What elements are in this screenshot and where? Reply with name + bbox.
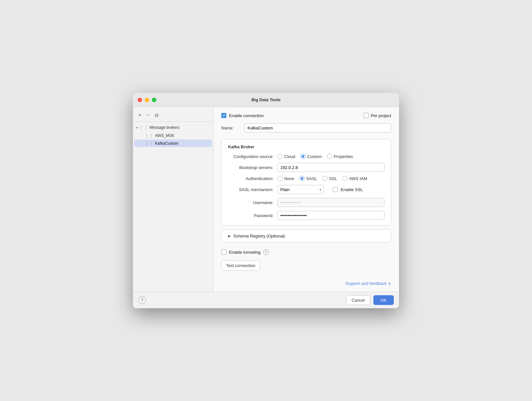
sasl-mechanism-row: SASL mechanism: Plain SCRAM-SHA-256 SCRA… <box>228 185 384 194</box>
enable-ssl-checkbox[interactable] <box>333 187 338 192</box>
test-connection-button[interactable]: Test connection <box>221 260 260 271</box>
sidebar-item-kafka-custom[interactable]: ⋮⋮ KafkaCustom <box>134 140 212 147</box>
checkmark-icon: ✓ <box>223 114 225 118</box>
none-radio-label: None <box>284 176 294 181</box>
enable-tunneling-checkbox[interactable] <box>221 249 226 255</box>
name-input[interactable] <box>245 123 391 132</box>
chevron-down-icon: ▾ <box>136 126 138 129</box>
sasl-mechanism-label: SASL mechanism: <box>228 187 273 192</box>
chevron-right-icon: ▶ <box>228 234 231 238</box>
sidebar-section: ▾ ⋮⋮ Message brokers ⋮⋮ AWS_MSK ⋮⋮ Kafka… <box>133 122 213 149</box>
top-row: ✓ Enable connection Per project <box>221 113 391 118</box>
title-bar: Big Data Tools <box>133 93 399 107</box>
sasl-mechanism-select-wrapper: Plain SCRAM-SHA-256 SCRAM-SHA-512 ▾ <box>277 185 324 194</box>
ssl-radio-label: SSL <box>329 176 337 181</box>
footer-buttons: Cancel OK <box>346 295 394 305</box>
kafka-broker-section: Kafka Broker Configuration source: Cloud <box>221 139 391 225</box>
aws-iam-radio-label: AWS IAM <box>349 176 367 181</box>
password-input[interactable] <box>277 211 384 220</box>
sidebar-item-aws-msk[interactable]: ⋮⋮ AWS_MSK <box>134 132 212 139</box>
username-row: Username: <box>228 198 384 207</box>
authentication-radio-group: None SASL SSL <box>277 176 367 181</box>
window-title: Big Data Tools <box>251 97 281 102</box>
enable-ssl-row: Enable SSL <box>333 187 363 192</box>
username-label: Username: <box>228 200 273 205</box>
config-custom-option[interactable]: Custom <box>300 154 322 159</box>
maximize-button[interactable] <box>152 98 156 102</box>
minimize-button[interactable] <box>145 98 149 102</box>
config-source-radio-group: Cloud Custom Properties <box>277 154 353 159</box>
enable-ssl-label: Enable SSL <box>341 187 363 192</box>
config-properties-option[interactable]: Properties <box>327 154 353 159</box>
sidebar-item-label: KafkaCustom <box>155 141 178 146</box>
sidebar: + − ⊟ ▾ ⋮⋮ Message brokers ⋮⋮ AWS_MSK <box>133 107 213 292</box>
auth-ssl-option[interactable]: SSL <box>322 176 337 181</box>
custom-radio[interactable] <box>300 154 306 159</box>
help-icon[interactable]: ? <box>263 249 269 255</box>
sasl-radio-dot <box>301 177 303 180</box>
aws-iam-radio[interactable] <box>342 176 347 181</box>
password-label: Password: <box>228 213 273 218</box>
chevron-down-icon: ∨ <box>388 281 391 286</box>
ok-button[interactable]: OK <box>373 295 394 305</box>
per-project-row: Per project <box>364 113 391 118</box>
bootstrap-servers-input[interactable] <box>277 163 384 172</box>
close-button[interactable] <box>138 98 142 102</box>
traffic-lights <box>138 98 156 102</box>
properties-radio-label: Properties <box>334 154 353 159</box>
big-data-tools-dialog: Big Data Tools + − ⊟ ▾ ⋮⋮ Message br <box>133 93 399 308</box>
bootstrap-servers-row: Bootstrap servers: <box>228 163 384 172</box>
add-button[interactable]: + <box>136 112 143 119</box>
authentication-label: Authentication: <box>228 176 273 181</box>
ssl-radio[interactable] <box>322 176 327 181</box>
cancel-button[interactable]: Cancel <box>346 295 370 305</box>
sidebar-item-label: AWS_MSK <box>155 133 175 138</box>
enable-tunneling-row: Enable tunneling ? <box>221 247 391 258</box>
kafka-broker-title: Kafka Broker <box>228 144 384 149</box>
none-radio[interactable] <box>277 176 283 181</box>
bootstrap-servers-label: Bootstrap servers: <box>228 165 273 170</box>
per-project-label: Per project <box>371 113 391 118</box>
cloud-radio[interactable] <box>277 154 283 159</box>
schema-registry-label: Schema Registry (Optional) <box>233 234 285 238</box>
schema-registry-section[interactable]: ▶ Schema Registry (Optional) <box>221 229 391 243</box>
support-feedback-label: Support and feedback <box>345 281 387 286</box>
name-label: Name: <box>221 126 241 130</box>
cloud-radio-label: Cloud <box>284 154 295 159</box>
auth-aws-iam-option[interactable]: AWS IAM <box>342 176 367 181</box>
password-row: Password: <box>228 211 384 220</box>
remove-button[interactable]: − <box>145 112 152 119</box>
sasl-radio[interactable] <box>299 176 305 181</box>
custom-radio-dot <box>302 155 304 158</box>
enable-connection-row: ✓ Enable connection <box>221 113 264 118</box>
group-label: Message brokers <box>150 125 179 130</box>
auth-none-option[interactable]: None <box>277 176 294 181</box>
broker-icon: ⋮⋮ <box>145 141 153 146</box>
broker-icon: ⋮⋮ <box>145 133 153 138</box>
name-row: Name: <box>221 123 391 132</box>
authentication-row: Authentication: None SASL <box>228 176 384 181</box>
enable-connection-checkbox[interactable]: ✓ <box>221 113 226 118</box>
group-icon: ⋮⋮ <box>139 125 148 130</box>
enable-connection-label: Enable connection <box>229 113 264 118</box>
help-button[interactable]: ? <box>138 296 146 304</box>
username-input[interactable] <box>277 198 384 207</box>
dialog-body: + − ⊟ ▾ ⋮⋮ Message brokers ⋮⋮ AWS_MSK <box>133 107 399 292</box>
custom-radio-label: Custom <box>307 154 322 159</box>
sidebar-group-message-brokers[interactable]: ▾ ⋮⋮ Message brokers <box>133 124 213 131</box>
sasl-radio-label: SASL <box>306 176 317 181</box>
auth-sasl-option[interactable]: SASL <box>299 176 317 181</box>
sasl-mechanism-select[interactable]: Plain SCRAM-SHA-256 SCRAM-SHA-512 <box>277 185 324 194</box>
config-source-label: Configuration source: <box>228 154 273 159</box>
enable-tunneling-label: Enable tunneling <box>229 250 260 255</box>
dialog-footer: ? Cancel OK <box>133 292 399 308</box>
main-content: ✓ Enable connection Per project Name: Ka… <box>213 107 399 292</box>
per-project-checkbox[interactable] <box>364 113 369 118</box>
sidebar-toolbar: + − ⊟ <box>133 110 213 122</box>
copy-button[interactable]: ⊟ <box>153 112 160 119</box>
config-source-row: Configuration source: Cloud Custom <box>228 154 384 159</box>
config-cloud-option[interactable]: Cloud <box>277 154 295 159</box>
support-feedback-link[interactable]: Support and feedback ∨ <box>345 281 391 286</box>
properties-radio[interactable] <box>327 154 332 159</box>
